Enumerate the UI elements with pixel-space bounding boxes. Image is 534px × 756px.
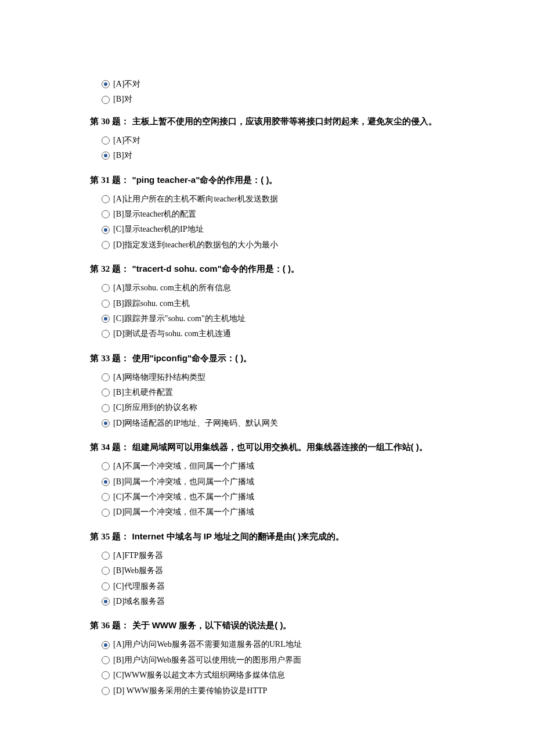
question-text: 关于 WWW 服务，以下错误的说法是( )。 bbox=[132, 620, 292, 630]
option-text: [A]显示sohu. com主机的所有信息 bbox=[113, 282, 231, 294]
question-number: 35 bbox=[101, 532, 110, 541]
option-row[interactable]: [A]显示sohu. com主机的所有信息 bbox=[102, 282, 444, 294]
option-row[interactable]: [A]不属一个冲突域，但同属一个广播域 bbox=[102, 460, 444, 473]
radio-icon[interactable] bbox=[102, 80, 110, 88]
option-row[interactable]: [B]用户访问Web服务器可以使用统一的图形用户界面 bbox=[102, 654, 444, 667]
question-block: 第 30 题： 主板上暂不使用的空闲接口，应该用胶带等将接口封闭起来，避免灰尘的… bbox=[90, 114, 444, 163]
radio-icon[interactable] bbox=[102, 687, 110, 695]
option-text: [A]FTP服务器 bbox=[113, 549, 163, 562]
options-list: [A]不属一个冲突域，但同属一个广播域[B]同属一个冲突域，也同属一个广播域[C… bbox=[90, 460, 444, 519]
radio-icon[interactable] bbox=[102, 552, 110, 560]
option-row[interactable]: [B]主机硬件配置 bbox=[102, 386, 444, 399]
question-suffix: 题： bbox=[110, 264, 132, 273]
radio-icon[interactable] bbox=[102, 195, 110, 203]
radio-icon[interactable] bbox=[102, 419, 110, 427]
radio-icon[interactable] bbox=[102, 210, 110, 218]
question-prefix: 第 bbox=[90, 264, 101, 273]
option-text: [A]不属一个冲突域，但同属一个广播域 bbox=[113, 460, 254, 473]
question-title: 第 34 题： 组建局域网可以用集线器，也可以用交换机。用集线器连接的一组工作站… bbox=[90, 440, 444, 454]
option-row[interactable]: [D]指定发送到teacher机的数据包的大小为最小 bbox=[102, 239, 444, 251]
option-row[interactable]: [C]跟踪并显示"sohu. com"的主机地址 bbox=[102, 312, 444, 325]
option-row[interactable]: [A]FTP服务器 bbox=[102, 549, 444, 562]
option-text: [B]主机硬件配置 bbox=[113, 386, 173, 399]
question-title: 第 36 题： 关于 WWW 服务，以下错误的说法是( )。 bbox=[90, 618, 444, 632]
option-row[interactable]: [A]不对 bbox=[102, 134, 444, 147]
question-block: 第 34 题： 组建局域网可以用集线器，也可以用交换机。用集线器连接的一组工作站… bbox=[90, 440, 444, 519]
question-title: 第 30 题： 主板上暂不使用的空闲接口，应该用胶带等将接口封闭起来，避免灰尘的… bbox=[90, 114, 444, 128]
option-row[interactable]: [C]WWW服务以超文本方式组织网络多媒体信息 bbox=[102, 669, 444, 682]
question-suffix: 题： bbox=[110, 116, 132, 126]
radio-icon[interactable] bbox=[102, 152, 110, 160]
option-text: [B]跟踪sohu. com主机 bbox=[113, 297, 190, 310]
option-row[interactable]: [B]跟踪sohu. com主机 bbox=[102, 297, 444, 310]
radio-icon[interactable] bbox=[102, 388, 110, 397]
option-text: [C]不属一个冲突域，也不属一个广播域 bbox=[113, 491, 254, 503]
option-text: [B]同属一个冲突域，也同属一个广播域 bbox=[113, 476, 254, 488]
option-row[interactable]: [D]域名服务器 bbox=[102, 595, 444, 608]
question-block: 第 36 题： 关于 WWW 服务，以下错误的说法是( )。[A]用户访问Web… bbox=[90, 618, 444, 697]
radio-icon[interactable] bbox=[102, 509, 110, 517]
option-row[interactable]: [C]不属一个冲突域，也不属一个广播域 bbox=[102, 491, 444, 503]
radio-icon[interactable] bbox=[102, 641, 110, 649]
option-text: [D]指定发送到teacher机的数据包的大小为最小 bbox=[113, 239, 278, 251]
questions-container: 第 30 题： 主板上暂不使用的空闲接口，应该用胶带等将接口封闭起来，避免灰尘的… bbox=[90, 114, 444, 697]
option-text: [B]用户访问Web服务器可以使用统一的图形用户界面 bbox=[113, 654, 301, 667]
option-row[interactable]: [B]Web服务器 bbox=[102, 564, 444, 577]
radio-icon[interactable] bbox=[102, 597, 110, 606]
question-title: 第 35 题： Internet 中域名与 IP 地址之间的翻译是由( )来完成… bbox=[90, 530, 444, 543]
options-list: [A]让用户所在的主机不断向teacher机发送数据[B]显示teacher机的… bbox=[90, 193, 444, 252]
option-row[interactable]: [A]网络物理拓扑结构类型 bbox=[102, 371, 444, 384]
option-row[interactable]: [A]让用户所在的主机不断向teacher机发送数据 bbox=[102, 193, 444, 206]
option-row[interactable]: [C]所应用到的协议名称 bbox=[102, 401, 444, 414]
question-number: 30 bbox=[101, 117, 110, 126]
option-row[interactable]: [B]对 bbox=[102, 149, 444, 162]
radio-icon[interactable] bbox=[102, 656, 110, 664]
option-text: [A]不对 bbox=[113, 134, 140, 147]
radio-icon[interactable] bbox=[102, 284, 110, 292]
radio-icon[interactable] bbox=[102, 315, 110, 323]
radio-icon[interactable] bbox=[102, 226, 110, 234]
option-text: [C]显示teacher机的IP地址 bbox=[113, 223, 204, 236]
option-text: [A]网络物理拓扑结构类型 bbox=[113, 371, 205, 384]
orphan-option[interactable]: [A]不对 bbox=[102, 78, 444, 91]
radio-icon[interactable] bbox=[102, 478, 110, 486]
radio-icon[interactable] bbox=[102, 404, 110, 412]
question-suffix: 题： bbox=[110, 353, 132, 363]
option-row[interactable]: [D]测试是否与sohu. com主机连通 bbox=[102, 327, 444, 340]
question-number: 32 bbox=[101, 264, 110, 273]
radio-icon[interactable] bbox=[102, 330, 110, 338]
orphan-option[interactable]: [B]对 bbox=[102, 93, 444, 106]
radio-icon[interactable] bbox=[102, 462, 110, 470]
question-suffix: 题： bbox=[110, 531, 132, 541]
radio-icon[interactable] bbox=[102, 373, 110, 381]
radio-icon[interactable] bbox=[102, 241, 110, 249]
quiz-page: [A]不对[B]对 第 30 题： 主板上暂不使用的空闲接口，应该用胶带等将接口… bbox=[0, 0, 534, 754]
option-text: [A]用户访问Web服务器不需要知道服务器的URL地址 bbox=[113, 638, 302, 651]
question-text: 主板上暂不使用的空闲接口，应该用胶带等将接口封闭起来，避免灰尘的侵入。 bbox=[132, 116, 437, 126]
option-text: [C]WWW服务以超文本方式组织网络多媒体信息 bbox=[113, 669, 285, 682]
option-row[interactable]: [B]同属一个冲突域，也同属一个广播域 bbox=[102, 476, 444, 488]
option-row[interactable]: [D]同属一个冲突域，但不属一个广播域 bbox=[102, 506, 444, 519]
option-row[interactable]: [B]显示teacher机的配置 bbox=[102, 208, 444, 221]
radio-icon[interactable] bbox=[102, 96, 110, 104]
question-suffix: 题： bbox=[110, 620, 132, 630]
option-row[interactable]: [A]用户访问Web服务器不需要知道服务器的URL地址 bbox=[102, 638, 444, 651]
option-row[interactable]: [C]代理服务器 bbox=[102, 580, 444, 593]
question-number: 36 bbox=[101, 621, 110, 630]
option-row[interactable]: [D]网络适配器的IP地址、子网掩码、默认网关 bbox=[102, 417, 444, 430]
radio-icon[interactable] bbox=[102, 582, 110, 591]
radio-icon[interactable] bbox=[102, 136, 110, 145]
option-row[interactable]: [D] WWW服务采用的主要传输协议是HTTP bbox=[102, 685, 444, 697]
radio-icon[interactable] bbox=[102, 567, 110, 575]
option-text: [D]测试是否与sohu. com主机连通 bbox=[113, 327, 231, 340]
radio-icon[interactable] bbox=[102, 493, 110, 501]
option-text: [D] WWW服务采用的主要传输协议是HTTP bbox=[113, 685, 267, 697]
option-row[interactable]: [C]显示teacher机的IP地址 bbox=[102, 223, 444, 236]
question-prefix: 第 bbox=[90, 531, 101, 541]
option-text: [D]同属一个冲突域，但不属一个广播域 bbox=[113, 506, 254, 519]
question-title: 第 33 题： 使用"ipconfig"命令显示：( )。 bbox=[90, 351, 444, 365]
radio-icon[interactable] bbox=[102, 300, 110, 308]
question-block: 第 35 题： Internet 中域名与 IP 地址之间的翻译是由( )来完成… bbox=[90, 530, 444, 609]
question-title: 第 32 题： "tracert-d sohu. com"命令的作用是：( )。 bbox=[90, 262, 444, 276]
radio-icon[interactable] bbox=[102, 671, 110, 679]
